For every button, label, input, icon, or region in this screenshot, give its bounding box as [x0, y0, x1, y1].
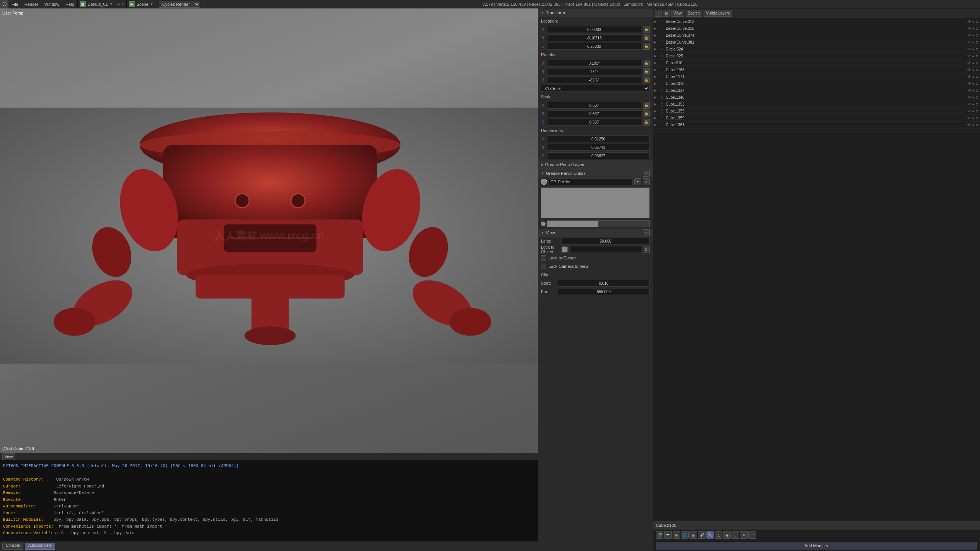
- gp-layers-header[interactable]: ▶ Grease Pencil Layers:: [538, 160, 653, 169]
- item-eye-2[interactable]: 👁: [967, 33, 971, 37]
- item-settings-7[interactable]: ⚙: [975, 68, 978, 72]
- item-settings-15[interactable]: ⚙: [975, 123, 978, 127]
- gp-palette-remove[interactable]: ×: [643, 178, 650, 185]
- item-eye-15[interactable]: 👁: [967, 123, 971, 127]
- item-render-11[interactable]: ●: [972, 96, 974, 99]
- item-eye-3[interactable]: 👁: [967, 40, 971, 44]
- item-eye-7[interactable]: 👁: [967, 68, 971, 72]
- scale-z-input[interactable]: [547, 119, 641, 126]
- item-render-13[interactable]: ●: [972, 109, 974, 113]
- item-settings-9[interactable]: ⚙: [975, 82, 978, 86]
- outliner-item-circle025[interactable]: ▶ ○ Circle.025 👁 ● ⚙: [653, 53, 980, 60]
- rotation-y-input[interactable]: [547, 68, 641, 75]
- rotation-y-lock[interactable]: 🔒: [643, 68, 650, 75]
- item-eye-10[interactable]: 👁: [967, 88, 971, 93]
- screen-layout-add[interactable]: +: [118, 2, 120, 7]
- outliner-item-cube010[interactable]: ▶ □ Cube.010 👁 ● ⚙: [653, 60, 980, 67]
- obj-icon-constraints[interactable]: 🔗: [698, 531, 706, 539]
- outliner-item-cube1171[interactable]: ▶ □ Cube.1171 👁 ● ⚙: [653, 73, 980, 80]
- location-y-input[interactable]: [547, 34, 641, 41]
- obj-icon-particles[interactable]: ⁕: [740, 531, 748, 539]
- outliner-item-beziercurve018[interactable]: ▶ ⌒ BezierCurve.018 👁 ● ⚙: [653, 25, 980, 32]
- lock-cursor-checkbox[interactable]: [541, 255, 546, 261]
- outliner-item-cube1359[interactable]: ▶ □ Cube.1359 👁 ● ⚙: [653, 115, 980, 122]
- item-render-9[interactable]: ●: [972, 82, 974, 86]
- item-eye-5[interactable]: 👁: [967, 54, 971, 58]
- outliner-view-icon[interactable]: ≡: [655, 10, 662, 17]
- location-z-lock[interactable]: 🔒: [643, 43, 650, 50]
- outliner-item-cube1361[interactable]: ▶ □ Cube.1361 👁 ● ⚙: [653, 122, 980, 129]
- lock-camera-checkbox[interactable]: [541, 264, 546, 269]
- outliner-item-beziercurve074[interactable]: ▶ ⌒ BezierCurve.074 👁 ● ⚙: [653, 32, 980, 39]
- obj-icon-material[interactable]: ◉: [723, 531, 731, 539]
- scale-x-input[interactable]: [547, 102, 641, 109]
- location-z-input[interactable]: [547, 43, 641, 50]
- item-render-2[interactable]: ●: [972, 34, 974, 37]
- scene-dropdown-arrow[interactable]: ▼: [150, 2, 154, 6]
- item-settings-12[interactable]: ⚙: [975, 103, 978, 106]
- item-render-10[interactable]: ●: [972, 89, 974, 93]
- item-eye-4[interactable]: 👁: [967, 47, 971, 51]
- lock-object-input[interactable]: [569, 246, 641, 253]
- rotation-x-input[interactable]: [547, 60, 641, 67]
- scene-label[interactable]: Scene: [137, 2, 149, 7]
- item-eye-11[interactable]: 👁: [967, 95, 971, 99]
- dim-z-input[interactable]: [547, 152, 650, 159]
- obj-icon-modifiers[interactable]: 🔧: [706, 531, 714, 539]
- outliner-item-cube1163[interactable]: ▶ □ Cube.1163 👁 ● ⚙: [653, 67, 980, 73]
- item-settings-6[interactable]: ⚙: [975, 61, 978, 65]
- gp-palette-add[interactable]: +: [634, 178, 641, 185]
- outliner-item-cube1355[interactable]: ▶ □ Cube.1355 👁 ● ⚙: [653, 108, 980, 115]
- item-settings-10[interactable]: ⚙: [975, 89, 978, 93]
- obj-icon-world[interactable]: 🌐: [681, 531, 689, 539]
- scale-y-lock[interactable]: 🔒: [643, 110, 650, 117]
- item-render-14[interactable]: ●: [972, 116, 974, 120]
- rotation-z-input[interactable]: [547, 77, 641, 83]
- location-x-input[interactable]: [547, 26, 641, 33]
- renderer-select[interactable]: Cycles Render Blender Render Blender Gam…: [159, 1, 200, 8]
- autocomplete-tab[interactable]: Autocomplete: [25, 543, 55, 550]
- item-settings-11[interactable]: ⚙: [975, 96, 978, 99]
- screen-layout-dropdown-arrow[interactable]: ▼: [109, 2, 113, 6]
- lock-object-browse[interactable]: ⊙: [643, 246, 650, 253]
- scale-y-input[interactable]: [547, 110, 641, 117]
- outliner-item-cube1353[interactable]: ▶ □ Cube.1353 👁 ● ⚙: [653, 101, 980, 108]
- dim-x-input[interactable]: [547, 135, 650, 142]
- item-eye-1[interactable]: 👁: [967, 26, 971, 31]
- outliner-item-circle024[interactable]: ▶ ○ Circle.024 👁 ● ⚙: [653, 46, 980, 53]
- view-section-header[interactable]: ▼ View ≡: [538, 228, 653, 237]
- rotation-mode-select[interactable]: XYZ Euler: [541, 85, 650, 92]
- menu-window[interactable]: Window: [41, 0, 62, 8]
- item-settings-5[interactable]: ⚙: [975, 54, 978, 58]
- item-eye-12[interactable]: 👁: [967, 102, 971, 106]
- obj-icon-physics[interactable]: 〰: [748, 531, 756, 539]
- obj-icon-scene[interactable]: 🎬: [656, 531, 663, 539]
- obj-icon-render[interactable]: 📷: [664, 531, 672, 539]
- location-x-lock[interactable]: 🔒: [643, 26, 650, 33]
- screen-layout-close[interactable]: ×: [121, 2, 124, 7]
- rotation-z-lock[interactable]: 🔒: [643, 77, 650, 83]
- outliner-visible-layers-btn[interactable]: Visible Layers: [704, 10, 732, 17]
- gp-colors-options[interactable]: ≡: [643, 170, 650, 177]
- screen-layout-label[interactable]: Default_01: [88, 2, 108, 7]
- rotation-x-lock[interactable]: 🔒: [643, 60, 650, 67]
- gp-color-swatch[interactable]: [541, 187, 650, 218]
- outliner-filter-icon[interactable]: ▦: [663, 10, 670, 17]
- scale-z-lock[interactable]: 🔒: [643, 119, 650, 126]
- gp-colors-header[interactable]: ▼ Grease Pencil Colors ≡: [538, 169, 653, 178]
- item-eye-8[interactable]: 👁: [967, 75, 971, 79]
- outliner-item-beziercurve081[interactable]: ▶ ⌒ BezierCurve.081 👁 ● ⚙: [653, 39, 980, 46]
- add-modifier-button[interactable]: Add Modifier: [656, 542, 977, 549]
- outliner-search-btn[interactable]: Search: [686, 10, 702, 17]
- item-eye-6[interactable]: 👁: [967, 61, 971, 65]
- location-y-lock[interactable]: 🔒: [643, 34, 650, 41]
- item-render-4[interactable]: ●: [972, 47, 974, 51]
- item-settings-8[interactable]: ⚙: [975, 75, 978, 79]
- outliner-item-cube1334[interactable]: ▶ □ Cube.1334 👁 ● ⚙: [653, 87, 980, 94]
- item-eye-0[interactable]: 👁: [967, 20, 971, 24]
- item-settings-2[interactable]: ⚙: [975, 34, 978, 37]
- menu-render[interactable]: Render: [21, 0, 41, 8]
- item-render-3[interactable]: ●: [972, 41, 974, 44]
- outliner-item-cube1346[interactable]: ▶ □ Cube.1346 👁 ● ⚙: [653, 94, 980, 101]
- transform-section-header[interactable]: ▼ Transform: [538, 8, 653, 17]
